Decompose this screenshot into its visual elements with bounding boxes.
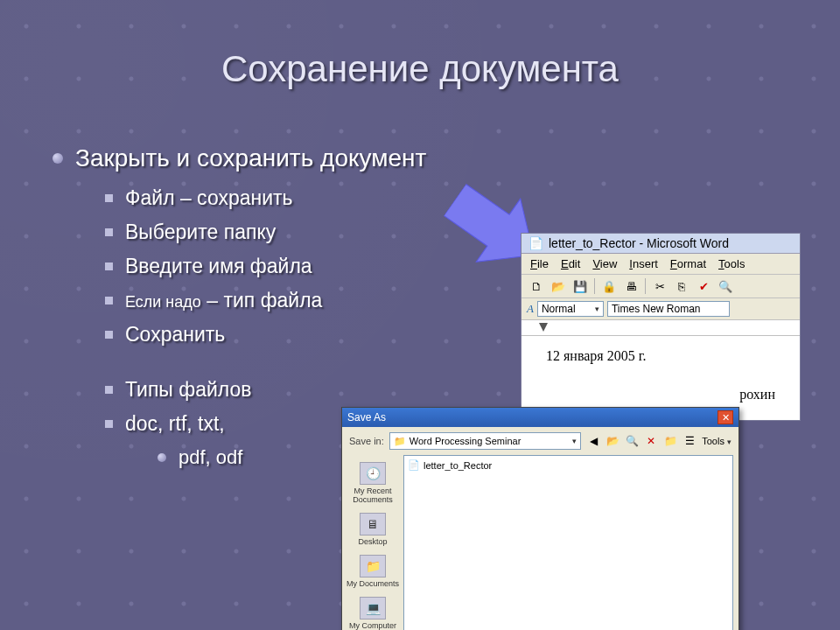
- bullet-sub-text: Файл – сохранить: [125, 186, 293, 210]
- place-label: My Documents: [346, 579, 399, 588]
- word-doc-icon: 📄: [408, 459, 420, 471]
- desktop-icon: 🖥: [360, 513, 386, 536]
- file-list[interactable]: 📄 letter_to_Rector: [403, 455, 733, 630]
- square-icon: [105, 386, 113, 394]
- word-title-text: letter_to_Rector - Microsoft Word: [549, 236, 729, 250]
- bullet-sub-text: Типы файлов: [125, 378, 252, 402]
- square-icon: [105, 262, 113, 270]
- word-menubar: File Edit View Insert Format Tools: [522, 254, 800, 275]
- recent-icon: 🕘: [360, 462, 386, 485]
- square-icon: [105, 420, 113, 428]
- chevron-down-icon: ▾: [572, 437, 577, 445]
- menu-edit[interactable]: Edit: [561, 257, 580, 270]
- bullet-sub: Введите имя файла: [105, 255, 426, 278]
- bullet-sub-rest: – тип файла: [201, 289, 323, 312]
- research-icon[interactable]: 🔍: [716, 277, 735, 295]
- doc-name: рохин: [546, 387, 775, 402]
- dialog-title: Save As: [347, 411, 386, 424]
- style-dropdown[interactable]: Normal▾: [537, 301, 604, 317]
- copy-icon[interactable]: ⎘: [672, 277, 691, 295]
- word-window: 📄 letter_to_Rector - Microsoft Word File…: [521, 233, 801, 421]
- newfolder-icon[interactable]: 📁: [663, 434, 677, 448]
- search-icon[interactable]: 🔍: [625, 434, 639, 448]
- bullet-main: Закрыть и сохранить документ: [52, 144, 426, 172]
- savein-label: Save in:: [349, 436, 384, 446]
- word-titlebar: 📄 letter_to_Rector - Microsoft Word: [522, 234, 800, 254]
- font-value: Times New Roman: [612, 303, 701, 315]
- bullet-sub-lead: Если надо: [125, 293, 201, 311]
- bullet-sub: Выберите папку: [105, 220, 426, 244]
- tools-menu[interactable]: Tools ▾: [702, 436, 732, 446]
- up-icon[interactable]: 📂: [606, 434, 620, 448]
- bullet-sub-text: Если надо – тип файла: [125, 289, 322, 312]
- savein-dropdown[interactable]: 📁 Word Processing Seminar ▾: [389, 432, 582, 450]
- places-bar: 🕘My Recent Documents 🖥Desktop 📁My Docume…: [342, 455, 403, 630]
- cut-icon[interactable]: ✂: [650, 277, 669, 295]
- square-icon: [105, 331, 113, 339]
- place-mydocs[interactable]: 📁My Documents: [344, 551, 402, 592]
- folder-icon: 📁: [394, 436, 406, 447]
- bullet-main-text: Закрыть и сохранить документ: [75, 144, 426, 172]
- bullet-icon: [158, 453, 166, 462]
- word-format-bar: A Normal▾ Times New Roman: [522, 298, 800, 320]
- back-icon[interactable]: ◀: [586, 434, 600, 448]
- dialog-titlebar: Save As ✕: [342, 408, 738, 427]
- place-label: My Computer: [349, 621, 396, 630]
- square-icon: [105, 297, 113, 304]
- bullet-sub-text: doc, rtf, txt,: [125, 412, 225, 436]
- place-recent[interactable]: 🕘My Recent Documents: [344, 458, 402, 508]
- word-doc-icon: 📄: [528, 236, 543, 250]
- place-mycomputer[interactable]: 💻My Computer: [344, 593, 402, 630]
- word-toolbar: 🗋 📂 💾 🔒 🖶 ✂ ⎘ ✔ 🔍: [522, 275, 800, 298]
- bullet-sub: Типы файлов: [105, 378, 426, 402]
- bullet-sub: Сохранить: [105, 323, 426, 346]
- tools-label: Tools: [702, 436, 724, 446]
- style-a-icon[interactable]: A: [527, 302, 534, 316]
- views-icon[interactable]: ☰: [682, 434, 696, 448]
- bullet-icon: [52, 153, 63, 164]
- place-desktop[interactable]: 🖥Desktop: [344, 509, 402, 550]
- save-icon[interactable]: 💾: [570, 277, 590, 295]
- dialog-toolbar: Save in: 📁 Word Processing Seminar ▾ ◀ 📂…: [342, 427, 738, 455]
- computer-icon: 💻: [360, 597, 386, 620]
- save-as-dialog: Save As ✕ Save in: 📁 Word Processing Sem…: [341, 407, 739, 630]
- menu-tools[interactable]: Tools: [718, 257, 745, 270]
- delete-icon[interactable]: ✕: [644, 434, 658, 448]
- spell-icon[interactable]: ✔: [694, 277, 713, 295]
- style-value: Normal: [542, 303, 576, 315]
- new-icon[interactable]: 🗋: [527, 277, 546, 295]
- menu-format[interactable]: Format: [670, 257, 706, 270]
- square-icon: [105, 228, 113, 236]
- separator: [645, 278, 646, 294]
- bullet-sub: Если надо – тип файла: [105, 289, 426, 312]
- slide-title: Сохранение документа: [0, 0, 840, 90]
- mydocs-icon: 📁: [360, 555, 386, 578]
- open-icon[interactable]: 📂: [549, 277, 568, 295]
- bullet-subsub-text: pdf, odf: [178, 446, 242, 469]
- separator: [594, 278, 595, 294]
- list-item[interactable]: 📄 letter_to_Rector: [408, 459, 729, 471]
- close-icon[interactable]: ✕: [718, 410, 733, 424]
- font-dropdown[interactable]: Times New Roman: [607, 301, 730, 317]
- bullet-sub-text: Сохранить: [125, 323, 225, 346]
- square-icon: [105, 194, 113, 202]
- savein-value: Word Processing Seminar: [410, 436, 570, 446]
- permission-icon[interactable]: 🔒: [599, 277, 619, 295]
- list-item-label: letter_to_Rector: [424, 460, 492, 471]
- place-label: Desktop: [358, 537, 387, 546]
- print-icon[interactable]: 🖶: [621, 277, 640, 295]
- menu-file[interactable]: File: [530, 257, 549, 270]
- place-label: My Recent Documents: [353, 486, 393, 504]
- bullet-sub-text: Введите имя файла: [125, 255, 312, 278]
- bullet-sub: Файл – сохранить: [105, 186, 426, 210]
- menu-insert[interactable]: Insert: [629, 257, 658, 270]
- doc-date: 12 января 2005 г.: [546, 348, 775, 364]
- menu-view[interactable]: View: [592, 257, 617, 270]
- ruler[interactable]: [522, 320, 800, 336]
- bullet-sub-text: Выберите папку: [125, 220, 276, 244]
